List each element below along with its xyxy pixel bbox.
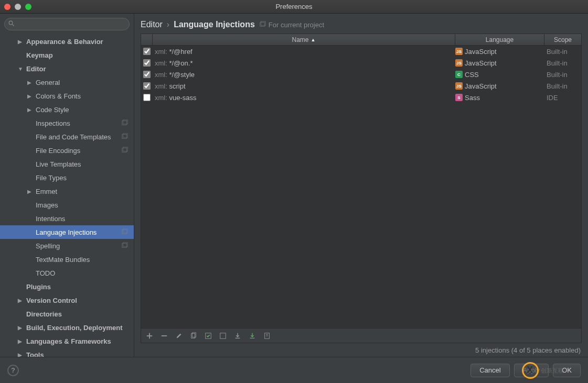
row-scope: IDE <box>544 94 581 102</box>
add-button[interactable] <box>145 332 154 340</box>
sidebar-item-label: Directories <box>26 310 62 318</box>
sidebar-item-code-style[interactable]: ▶Code Style <box>0 103 134 116</box>
row-language: JSJavaScript <box>455 59 544 67</box>
svg-rect-17 <box>220 333 226 338</box>
sidebar-item-label: Appearance & Behavior <box>26 38 103 46</box>
expand-icon: ▶ <box>18 352 26 357</box>
sidebar-item-inspections[interactable]: ▶Inspections <box>0 116 134 130</box>
col-name[interactable]: Name▲ <box>153 34 455 45</box>
table-body: xml: */@hrefJSJavaScriptBuilt-inxml: */@… <box>141 46 581 328</box>
sidebar-item-textmate-bundles[interactable]: ▶TextMate Bundles <box>0 253 134 266</box>
sidebar-item-keymap[interactable]: ▶Keymap <box>0 48 134 62</box>
js-icon: JS <box>455 59 463 67</box>
sidebar-item-label: Emmet <box>36 188 57 195</box>
row-language: JSJavaScript <box>455 82 544 90</box>
sidebar-item-label: Build, Execution, Deployment <box>26 324 122 332</box>
sidebar: ▶Appearance & Behavior▶Keymap▼Editor▶Gen… <box>0 14 134 357</box>
breadcrumb: Editor › Language Injections For current… <box>134 14 588 34</box>
sidebar-item-label: General <box>36 79 60 86</box>
sidebar-item-file-encodings[interactable]: ▶File Encodings <box>0 144 134 157</box>
sidebar-item-general[interactable]: ▶General <box>0 75 134 89</box>
project-scope-note: For current project <box>259 21 324 29</box>
svg-point-0 <box>9 21 13 25</box>
dialog-footer: ? Cancel Apply OK <box>0 357 588 383</box>
import-button[interactable] <box>233 332 242 340</box>
enable-button[interactable] <box>204 332 212 340</box>
table-row[interactable]: xml: */@on.*JSJavaScriptBuilt-in <box>141 57 581 69</box>
ok-button[interactable]: OK <box>553 364 581 377</box>
row-checkbox[interactable] <box>143 59 151 67</box>
sidebar-item-file-types[interactable]: ▶File Types <box>0 171 134 184</box>
window-title: Preferences <box>0 3 588 10</box>
sidebar-item-version-control[interactable]: ▶Version Control <box>0 293 134 307</box>
window-controls <box>4 4 31 10</box>
breadcrumb-sep: › <box>167 20 169 29</box>
sidebar-item-file-and-code-templates[interactable]: ▶File and Code Templates <box>0 130 134 144</box>
search-input[interactable] <box>4 18 130 30</box>
row-name: xml: */@on.* <box>153 59 455 67</box>
copy-button[interactable] <box>189 332 198 340</box>
project-icon <box>121 228 129 236</box>
js-icon: JS <box>455 48 463 55</box>
sidebar-item-directories[interactable]: ▶Directories <box>0 307 134 321</box>
sidebar-item-colors-fonts[interactable]: ▶Colors & Fonts <box>0 89 134 103</box>
sidebar-item-spelling[interactable]: ▶Spelling <box>0 239 134 253</box>
row-checkbox[interactable] <box>143 71 151 78</box>
table-row[interactable]: xml: */@hrefJSJavaScriptBuilt-in <box>141 46 581 57</box>
sidebar-item-live-templates[interactable]: ▶Live Templates <box>0 157 134 171</box>
share-button[interactable] <box>263 332 271 340</box>
sidebar-item-label: Colors & Fonts <box>36 92 81 100</box>
sidebar-item-images[interactable]: ▶Images <box>0 198 134 212</box>
sidebar-item-tools[interactable]: ▶Tools <box>0 348 134 357</box>
row-checkbox[interactable] <box>143 82 151 90</box>
sidebar-item-intentions[interactable]: ▶Intentions <box>0 212 134 225</box>
table-row[interactable]: xml: scriptJSJavaScriptBuilt-in <box>141 80 581 92</box>
row-language: SSass <box>455 94 544 102</box>
sidebar-item-build-execution-deployment[interactable]: ▶Build, Execution, Deployment <box>0 321 134 334</box>
maximize-icon[interactable] <box>25 4 31 10</box>
sidebar-item-emmet[interactable]: ▶Emmet <box>0 184 134 198</box>
breadcrumb-parent[interactable]: Editor <box>141 20 163 29</box>
col-enabled[interactable] <box>141 34 153 45</box>
sidebar-item-language-injections[interactable]: ▶Language Injections <box>0 225 134 239</box>
cancel-button[interactable]: Cancel <box>471 364 509 377</box>
col-scope[interactable]: Scope <box>544 34 581 45</box>
table-row[interactable]: xml: */@styleCCSSBuilt-in <box>141 69 581 80</box>
sidebar-item-editor[interactable]: ▼Editor <box>0 62 134 75</box>
injections-table: Name▲ Language Scope xml: */@hrefJSJavaS… <box>141 34 582 343</box>
sidebar-item-label: Languages & Frameworks <box>26 337 111 345</box>
row-language: JSJavaScript <box>455 48 544 56</box>
disable-button[interactable] <box>219 332 227 340</box>
sidebar-item-plugins[interactable]: ▶Plugins <box>0 280 134 293</box>
row-scope: Built-in <box>544 82 581 90</box>
project-icon <box>121 133 129 140</box>
expand-icon: ▶ <box>18 298 26 303</box>
row-checkbox[interactable] <box>143 48 151 55</box>
project-icon <box>121 147 129 154</box>
sidebar-item-label: Keymap <box>26 51 53 59</box>
row-name: xml: script <box>153 82 455 90</box>
table-row[interactable]: xml: vue-sassSSassIDE <box>141 92 581 103</box>
close-icon[interactable] <box>4 4 10 10</box>
css-icon: C <box>455 71 463 78</box>
sidebar-item-todo[interactable]: ▶TODO <box>0 266 134 280</box>
sidebar-item-appearance-behavior[interactable]: ▶Appearance & Behavior <box>0 35 134 48</box>
settings-tree: ▶Appearance & Behavior▶Keymap▼Editor▶Gen… <box>0 35 134 357</box>
export-button[interactable] <box>248 332 256 340</box>
sidebar-item-label: File Encodings <box>36 147 80 155</box>
sidebar-item-label: Plugins <box>26 283 51 291</box>
remove-button[interactable] <box>160 332 168 340</box>
sidebar-item-label: Version Control <box>26 297 77 304</box>
edit-button[interactable] <box>175 332 183 340</box>
table-toolbar <box>141 328 581 343</box>
minimize-icon[interactable] <box>15 4 21 10</box>
help-button[interactable]: ? <box>7 365 19 376</box>
row-checkbox[interactable] <box>143 94 151 101</box>
col-language[interactable]: Language <box>455 34 544 45</box>
expand-icon: ▶ <box>18 338 26 344</box>
expand-icon: ▶ <box>18 39 26 45</box>
apply-button[interactable]: Apply <box>514 364 549 377</box>
sidebar-item-languages-frameworks[interactable]: ▶Languages & Frameworks <box>0 334 134 348</box>
row-name: xml: vue-sass <box>153 94 455 102</box>
project-icon <box>121 119 129 127</box>
